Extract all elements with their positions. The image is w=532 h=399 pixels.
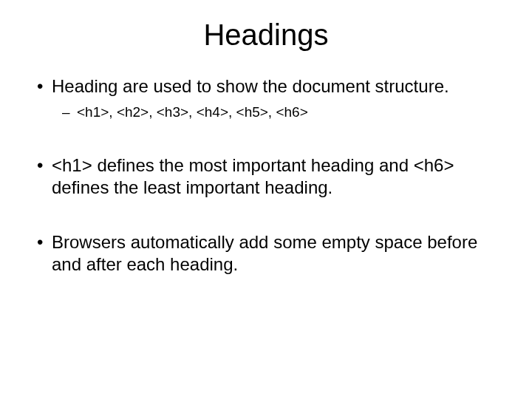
bullet-list: Heading are used to show the document st…	[30, 75, 502, 276]
spacer	[30, 128, 502, 154]
sub-bullet-item: <h1>, <h2>, <h3>, <h4>, <h5>, <h6>	[30, 103, 502, 122]
bullet-item: <h1> defines the most important heading …	[30, 154, 502, 199]
spacer	[30, 205, 502, 231]
bullet-item: Browsers automatically add some empty sp…	[30, 231, 502, 276]
slide-title: Headings	[30, 18, 502, 52]
bullet-item: Heading are used to show the document st…	[30, 75, 502, 98]
